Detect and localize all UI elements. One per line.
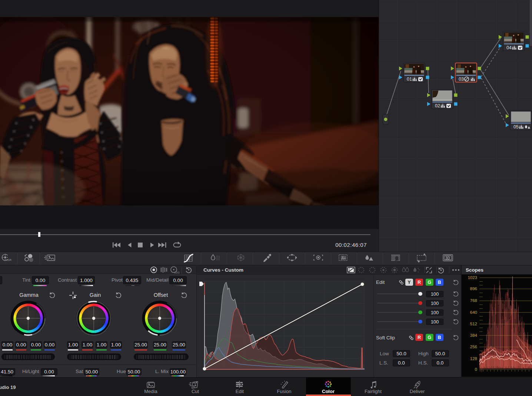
svg-text:128: 128: [470, 356, 477, 361]
svg-text:3D: 3D: [445, 256, 450, 260]
svg-text:0: 0: [475, 367, 477, 372]
svg-text:01: 01: [407, 77, 412, 82]
svg-text:768: 768: [470, 298, 477, 303]
svg-text:02: 02: [435, 103, 440, 108]
svg-text:04: 04: [506, 45, 512, 50]
svg-text:640: 640: [470, 310, 477, 315]
svg-text:896: 896: [470, 286, 477, 291]
svg-text:512: 512: [470, 322, 477, 326]
svg-text:03: 03: [459, 77, 464, 82]
svg-text:LOG: LOG: [174, 271, 180, 274]
svg-text:384: 384: [470, 333, 478, 338]
svg-text:05: 05: [513, 124, 519, 130]
svg-text:1023: 1023: [468, 275, 477, 280]
svg-text:256: 256: [470, 345, 477, 349]
svg-text:HDR: HDR: [6, 259, 12, 261]
